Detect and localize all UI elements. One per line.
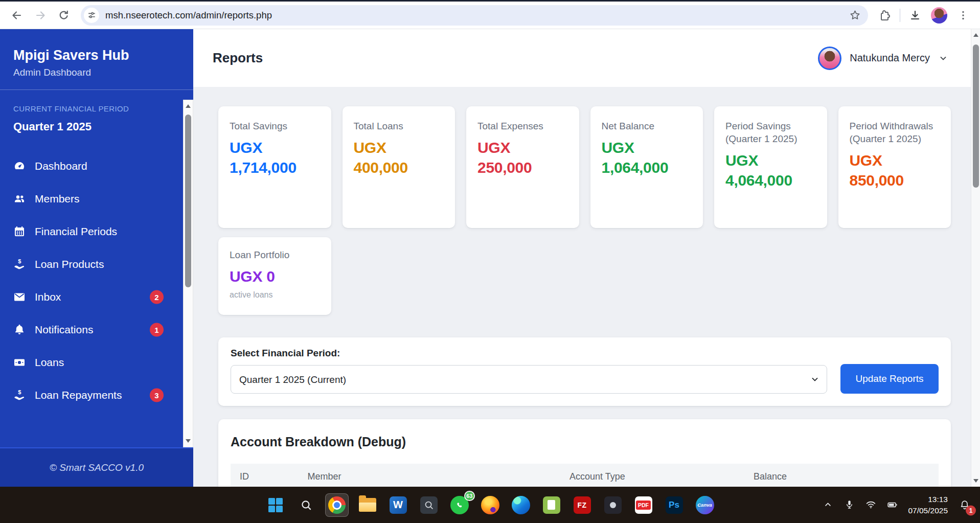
scroll-up-arrow-icon[interactable] (186, 104, 191, 108)
reload-button[interactable] (53, 5, 75, 26)
taskbar-firefox-icon[interactable] (478, 493, 502, 517)
back-button[interactable] (6, 5, 28, 26)
firefox-logo-icon (481, 496, 499, 514)
scroll-down-arrow-icon[interactable] (973, 479, 978, 483)
page-scrollbar[interactable] (971, 29, 980, 487)
page: Mpigi Savers Hub Admin Dashboard CURRENT… (0, 29, 980, 487)
stat-card-value: UGX 1,064,000 (602, 138, 692, 177)
chevron-up-icon[interactable] (819, 497, 836, 513)
version-text: © Smart SACCO v1.0 (50, 462, 144, 473)
taskbar-search-icon[interactable] (294, 493, 318, 517)
forward-button[interactable] (30, 5, 51, 26)
dark-app-icon (604, 496, 622, 514)
sidebar-footer: © Smart SACCO v1.0 (0, 447, 193, 487)
browser-menu-icon[interactable] (952, 5, 974, 26)
app-subtitle: Admin Dashboard (13, 67, 180, 78)
hand-dollar-icon: $ (13, 258, 26, 270)
stat-card-value: UGX 850,000 (850, 150, 940, 190)
browser-profile-avatar[interactable] (931, 7, 947, 24)
taskbar-media-dark-icon[interactable] (601, 493, 625, 517)
sidebar-item-label: Loans (35, 356, 64, 369)
page-scrollbar-thumb[interactable] (973, 44, 979, 188)
browser-toolbar: msh.nseerotech.com/admin/reports.php (0, 2, 980, 29)
stat-card-label: Total Expenses (477, 120, 568, 132)
notification-center[interactable]: 1 (955, 496, 974, 514)
back-arrow-icon (11, 9, 23, 21)
stats-cards-row-2: Loan Portfolio UGX 0 active loans (218, 237, 951, 315)
sidebar-item-financial-periods[interactable]: Financial Periods (0, 215, 183, 248)
url-text[interactable]: msh.nseerotech.com/admin/reports.php (105, 10, 843, 21)
screen: msh.nseerotech.com/admin/reports.php Mpi… (0, 0, 980, 523)
pdf-icon: PDF (635, 496, 652, 514)
sidebar-scrollbar-thumb[interactable] (185, 115, 191, 287)
update-reports-button[interactable]: Update Reports (840, 364, 939, 394)
site-settings-icon[interactable] (84, 8, 99, 23)
time: 13:13 (908, 493, 948, 505)
notification-badge: 1 (150, 323, 164, 337)
downloads-icon[interactable] (904, 5, 926, 26)
taskbar-edge-icon[interactable] (509, 493, 533, 517)
breakdown-title: Account Breakdown (Debug) (231, 435, 939, 449)
extensions-icon[interactable] (874, 5, 896, 26)
taskbar-clock[interactable]: 13:13 07/05/2025 (908, 493, 948, 516)
bookmark-star-icon[interactable] (849, 9, 861, 21)
taskbar-file-explorer-icon[interactable] (356, 493, 379, 517)
sidebar-item-members[interactable]: Members (0, 183, 183, 215)
sidebar: Mpigi Savers Hub Admin Dashboard CURRENT… (0, 29, 193, 487)
taskbar-search-dark-icon[interactable] (417, 493, 441, 517)
taskbar-canva-icon[interactable]: Canva (693, 493, 717, 517)
taskbar-pdf-icon[interactable]: PDF (632, 493, 655, 517)
stat-card-label: Total Loans (354, 120, 444, 132)
stat-card-label: Total Savings (230, 120, 320, 132)
content: Total SavingsUGX 1,714,000Total LoansUGX… (193, 87, 971, 487)
sidebar-item-loan-products[interactable]: $Loan Products (0, 248, 183, 281)
forward-arrow-icon (34, 9, 47, 21)
taskbar-word-icon[interactable]: W (386, 493, 410, 517)
taskbar-chrome-icon[interactable] (325, 493, 349, 517)
page-title: Reports (213, 50, 263, 66)
notification-count-badge: 1 (966, 506, 976, 516)
toolbar-separator (900, 9, 900, 22)
sidebar-item-loan-repayments[interactable]: $Loan Repayments3 (0, 379, 183, 412)
scroll-up-arrow-icon[interactable] (973, 33, 978, 37)
sidebar-item-label: Financial Periods (35, 225, 117, 238)
stat-card-label: Period Withdrawals (Quarter 1 2025) (850, 120, 940, 145)
taskbar-start-icon[interactable] (264, 493, 287, 517)
user-avatar (818, 47, 841, 70)
loan-portfolio-value: UGX 0 (230, 266, 320, 286)
stat-card: Period Withdrawals (Quarter 1 2025)UGX 8… (838, 106, 951, 228)
address-bar[interactable]: msh.nseerotech.com/admin/reports.php (81, 5, 868, 26)
mic-icon[interactable] (841, 497, 857, 513)
sidebar-item-inbox[interactable]: Inbox2 (0, 281, 183, 313)
svg-text:$: $ (18, 258, 21, 264)
period-select[interactable]: Quarter 1 2025 (Current) (231, 365, 827, 394)
taskbar-notepadpp-icon[interactable] (540, 493, 563, 517)
svg-text:$: $ (18, 389, 21, 395)
taskbar-filezilla-icon[interactable]: FZ (571, 493, 594, 517)
chevron-down-icon (938, 53, 948, 63)
folder-icon (359, 498, 376, 512)
sidebar-item-notifications[interactable]: Notifications1 (0, 313, 183, 346)
column-header: Member (302, 464, 563, 487)
user-menu[interactable]: Natukunda Mercy (818, 47, 948, 70)
money-icon (13, 356, 26, 369)
hand-dollar-icon: $ (13, 389, 26, 401)
sidebar-item-dashboard[interactable]: Dashboard (0, 150, 183, 183)
period-value: Quarter 1 2025 (13, 120, 180, 133)
stat-card-label: Loan Portfolio (230, 248, 320, 261)
sidebar-scrollbar[interactable] (183, 100, 193, 447)
filter-left: Select Financial Period: Quarter 1 2025 … (231, 348, 827, 394)
taskbar-whatsapp-icon[interactable]: 63 (448, 493, 471, 517)
sidebar-item-label: Loan Products (35, 258, 104, 270)
period-select-wrap: Quarter 1 2025 (Current) (231, 365, 827, 394)
taskbar-photoshop-icon[interactable]: Ps (663, 493, 686, 517)
scroll-down-arrow-icon[interactable] (186, 439, 191, 443)
taskbar: W63FZPDFPsCanva 13:13 07/05/2025 1 (0, 487, 980, 523)
notepad-document-icon (543, 496, 560, 514)
taskbar-apps: W63FZPDFPsCanva (264, 493, 717, 517)
battery-icon[interactable] (884, 497, 900, 513)
stat-card-value: UGX 4,064,000 (725, 150, 816, 190)
filter-panel: Select Financial Period: Quarter 1 2025 … (218, 337, 951, 406)
wifi-icon[interactable] (862, 497, 879, 513)
sidebar-item-loans[interactable]: Loans (0, 346, 183, 379)
